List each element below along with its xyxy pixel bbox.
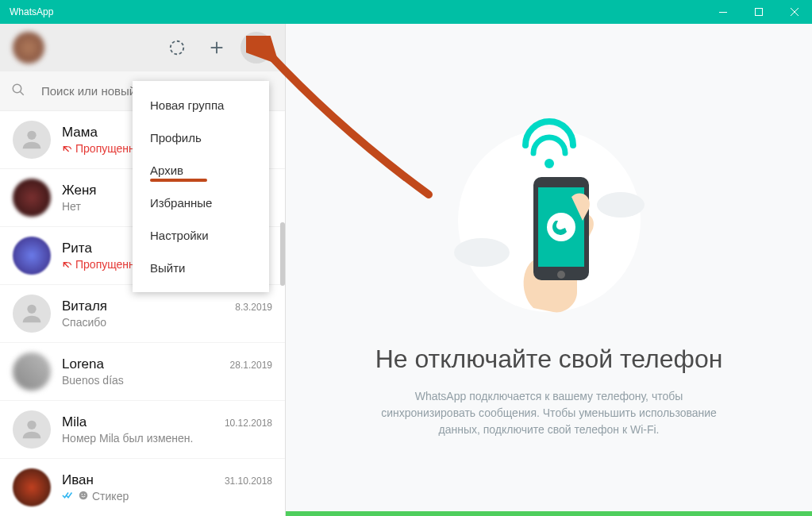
sidebar: Мама Пропущенный звонокЖеняНетРита Пропу…	[0, 24, 286, 516]
chat-avatar	[13, 121, 51, 159]
illustration	[438, 102, 660, 324]
chat-avatar	[13, 179, 51, 217]
chat-avatar	[13, 237, 51, 275]
dropdown-menu: Новая группаПрофильАрхивИзбранныеНастрой…	[133, 81, 269, 292]
menu-item-1[interactable]: Профиль	[133, 121, 269, 154]
svg-point-13	[81, 494, 83, 495]
svg-rect-0	[719, 12, 727, 13]
status-icon[interactable]	[161, 32, 193, 64]
chat-date: 28.1.2019	[230, 360, 272, 371]
menu-item-3[interactable]: Избранные	[133, 187, 269, 219]
svg-point-16	[454, 238, 510, 267]
svg-point-10	[13, 84, 21, 93]
sticker-icon	[78, 490, 89, 503]
menu-item-5[interactable]: Выйти	[133, 252, 269, 284]
svg-rect-1	[755, 9, 762, 16]
window-title: WhatsApp	[10, 6, 53, 17]
svg-point-9	[260, 47, 262, 49]
menu-item-2[interactable]: Архив	[133, 154, 269, 187]
chat-avatar	[13, 295, 51, 333]
svg-point-4	[171, 41, 184, 55]
chat-name: Lorena	[62, 356, 104, 372]
main-panel: Не отключайте свой телефон WhatsApp подк…	[286, 24, 812, 516]
accent-bar	[286, 511, 812, 516]
menu-icon[interactable]	[241, 32, 272, 64]
search-icon	[11, 83, 25, 100]
chat-row[interactable]: Виталя8.3.2019Спасибо	[0, 285, 285, 343]
main-headline: Не отключайте свой телефон	[375, 345, 723, 374]
chat-row[interactable]: Mila10.12.2018Номер Mila был изменен.	[0, 401, 285, 459]
svg-point-8	[256, 47, 258, 49]
svg-point-12	[79, 491, 88, 499]
chat-date: 10.12.2018	[225, 418, 272, 429]
chat-row[interactable]: Lorena28.1.2019Buenos días	[0, 343, 285, 401]
menu-item-0[interactable]: Новая группа	[133, 89, 269, 121]
chat-preview: Номер Mila был изменен.	[62, 432, 272, 445]
svg-point-22	[547, 213, 575, 241]
chat-name: Женя	[62, 183, 97, 198]
chat-avatar	[13, 410, 51, 449]
chat-row[interactable]: Иван31.10.2018 Стикер	[0, 459, 285, 516]
chat-preview: Buenos días	[62, 374, 272, 387]
chat-name: Мама	[62, 125, 98, 141]
chat-date: 8.3.2019	[235, 302, 272, 313]
svg-point-17	[597, 192, 645, 218]
svg-point-21	[557, 271, 565, 279]
maximize-button[interactable]	[741, 0, 776, 24]
new-chat-icon[interactable]	[201, 32, 233, 64]
svg-point-7	[251, 47, 253, 49]
scrollbar[interactable]	[280, 222, 285, 286]
minimize-button[interactable]	[705, 0, 741, 24]
chat-preview: Стикер	[62, 490, 272, 503]
svg-point-14	[84, 494, 86, 495]
chat-name: Иван	[62, 472, 94, 488]
chat-name: Виталя	[62, 298, 107, 314]
sidebar-header	[0, 24, 285, 71]
highlight-underline	[150, 179, 207, 182]
close-button[interactable]	[776, 0, 812, 24]
menu-item-4[interactable]: Настройки	[133, 219, 269, 252]
chat-name: Mila	[62, 414, 87, 430]
user-avatar[interactable]	[13, 32, 44, 64]
svg-line-11	[20, 91, 24, 95]
chat-date: 31.10.2018	[225, 476, 272, 487]
chat-avatar	[13, 468, 51, 506]
window-controls	[705, 0, 812, 24]
title-bar: WhatsApp	[0, 0, 812, 24]
chat-name: Рита	[62, 241, 92, 256]
chat-preview: Спасибо	[62, 316, 272, 329]
svg-point-18	[545, 159, 554, 168]
read-ticks-icon	[62, 490, 75, 503]
chat-avatar	[13, 352, 51, 391]
main-subtext: WhatsApp подключается к вашему телефону,…	[367, 388, 732, 438]
